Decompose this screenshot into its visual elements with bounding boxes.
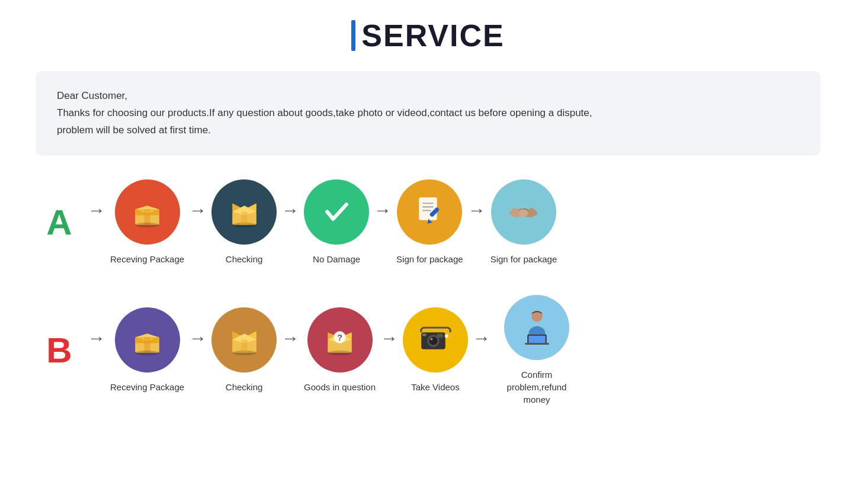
svg-rect-11 xyxy=(241,212,247,225)
step-b3: ? Goods in question xyxy=(304,307,376,393)
step-b4: Take Videos xyxy=(403,307,468,393)
checkmark-icon xyxy=(318,192,356,231)
step-a4-icon xyxy=(397,179,462,245)
step-b5-icon xyxy=(504,295,569,360)
sign-document-icon xyxy=(411,192,449,231)
step-a3-label: No Damage xyxy=(313,253,360,265)
camera-icon xyxy=(416,320,455,359)
arrow-b1: → xyxy=(189,328,207,372)
arrow-b3: → xyxy=(380,328,398,372)
step-b2: Checking xyxy=(211,307,277,393)
notice-line3: problem will be solved at first time. xyxy=(57,122,799,139)
handshake-icon xyxy=(504,192,543,231)
svg-point-19 xyxy=(519,210,528,217)
svg-point-38 xyxy=(328,351,352,355)
svg-point-41 xyxy=(429,337,437,345)
title-bar xyxy=(351,20,355,51)
svg-point-42 xyxy=(430,338,432,341)
step-a4: Sign for package xyxy=(396,179,463,265)
row-b-label: B xyxy=(36,330,83,371)
svg-rect-49 xyxy=(525,343,549,345)
step-b2-label: Checking xyxy=(226,381,263,393)
svg-rect-44 xyxy=(422,334,426,336)
arrow-a2: → xyxy=(281,200,299,244)
step-b4-label: Take Videos xyxy=(411,381,459,393)
step-a4-label: Sign for package xyxy=(396,253,463,265)
svg-rect-48 xyxy=(528,336,545,343)
step-a5-icon xyxy=(491,179,556,245)
step-b2-icon xyxy=(211,307,277,373)
notice-line1: Dear Customer, xyxy=(57,88,799,105)
flow-section: A → Receving Package → xyxy=(36,179,820,406)
step-b5: Confirm problem,refund money xyxy=(495,295,578,406)
package-icon xyxy=(128,192,166,231)
step-b3-label: Goods in question xyxy=(304,381,376,393)
step-b4-icon xyxy=(403,307,468,373)
step-b1: Receving Package xyxy=(110,307,184,393)
arrow-a4: → xyxy=(468,200,486,244)
svg-point-25 xyxy=(135,351,159,355)
flow-row-b: B → Receving Package → xyxy=(36,295,820,406)
step-a2: Checking xyxy=(211,179,277,265)
flow-row-a: A → Receving Package → xyxy=(36,179,820,265)
open-box-icon xyxy=(225,192,264,231)
svg-rect-31 xyxy=(241,340,247,353)
step-a1-label: Receving Package xyxy=(110,253,184,265)
question-box-icon: ? xyxy=(320,320,359,359)
step-b1-label: Receving Package xyxy=(110,381,184,393)
arrow-a3: → xyxy=(374,200,392,244)
row-a-label: A xyxy=(36,202,83,243)
step-a2-icon xyxy=(211,179,277,245)
step-b5-label: Confirm problem,refund money xyxy=(495,368,578,406)
step-a1: Receving Package xyxy=(110,179,184,265)
step-a3-icon xyxy=(304,179,369,245)
arrow-a0: → xyxy=(88,200,105,244)
notice-box: Dear Customer, Thanks for choosing our p… xyxy=(36,71,820,156)
step-b3-icon: ? xyxy=(307,307,373,373)
person-laptop-icon xyxy=(518,308,556,346)
svg-rect-13 xyxy=(419,197,437,220)
step-b1-icon xyxy=(115,307,180,373)
notice-line2: Thanks for choosing our products.If any … xyxy=(57,105,799,122)
arrow-b0: → xyxy=(88,328,105,372)
title-text: SERVICE xyxy=(361,18,504,53)
step-a5-label: Sign for package xyxy=(490,253,557,265)
svg-point-12 xyxy=(320,195,354,229)
arrow-b4: → xyxy=(473,328,490,372)
package2-icon xyxy=(128,320,166,359)
step-a5: Sign for package xyxy=(490,179,557,265)
svg-rect-24 xyxy=(135,338,159,339)
page-title: SERVICE xyxy=(351,18,504,53)
svg-point-45 xyxy=(444,335,448,338)
step-a3: No Damage xyxy=(304,179,369,265)
svg-rect-43 xyxy=(437,334,443,338)
svg-text:?: ? xyxy=(337,333,342,342)
open-box2-icon xyxy=(225,320,264,359)
arrow-b2: → xyxy=(281,328,299,372)
arrow-a1: → xyxy=(189,200,207,244)
svg-point-5 xyxy=(135,223,159,227)
svg-rect-4 xyxy=(135,210,159,211)
step-a2-label: Checking xyxy=(226,253,263,265)
step-a1-icon xyxy=(115,179,180,245)
